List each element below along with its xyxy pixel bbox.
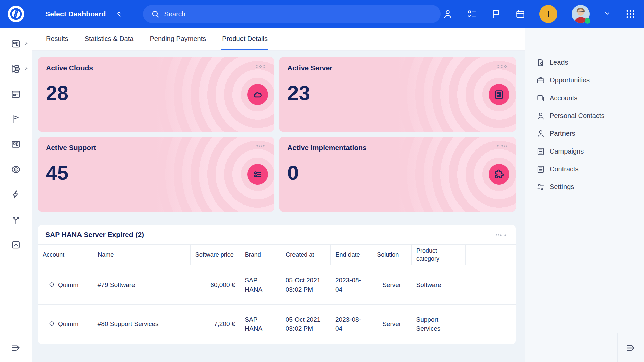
main-area: Results Statistics & Data Pending Paymen… (32, 28, 525, 362)
card-menu-button[interactable] (496, 64, 507, 69)
table-row[interactable]: Quimm #79 Software 60,000 € SAP HANA 05 … (38, 265, 516, 305)
card-menu-button[interactable] (496, 144, 507, 149)
topbar-actions (443, 5, 644, 23)
account-link[interactable]: Quimm (43, 280, 88, 290)
rail-item-modules[interactable] (0, 31, 32, 56)
profile-menu-chevron[interactable] (604, 10, 611, 18)
created-at-cell: 05 Oct 2021 03:02 PM (281, 265, 331, 305)
tab-results[interactable]: Results (45, 28, 69, 50)
chevron-right-icon (24, 66, 29, 72)
expand-right-icon (10, 342, 22, 353)
card-menu-button[interactable] (255, 64, 266, 69)
online-status-dot (585, 18, 590, 24)
sidebar-item-accounts[interactable]: Accounts (525, 89, 644, 107)
card-value: 45 (46, 161, 266, 184)
dashboard-selector-label: Select Dashboard (45, 10, 106, 18)
module-grid-icon (11, 139, 21, 149)
sidebar-item-campaigns[interactable]: Campaigns (525, 142, 644, 160)
expand-right-sidebar-button[interactable] (625, 342, 637, 354)
search-icon (151, 10, 160, 18)
user-avatar[interactable] (572, 5, 590, 23)
product-category-cell: Software (412, 265, 466, 305)
lead-file-icon (536, 58, 545, 67)
sidebar-item-partners[interactable]: Partners (525, 125, 644, 142)
sidebar-item-label: Partners (550, 130, 575, 137)
sidebar-item-label: Campaigns (550, 147, 584, 155)
hierarchy-icon (11, 64, 21, 74)
pennant-flag-icon (11, 114, 21, 124)
fork-arrows-icon (11, 215, 21, 225)
puzzle-icon (489, 164, 509, 185)
col-brand: Brand (240, 245, 281, 265)
sidebar-item-opportunities[interactable]: Opportunities (525, 71, 644, 89)
tab-bar: Results Statistics & Data Pending Paymen… (32, 28, 525, 51)
end-date-cell: 2023-08-04 (331, 305, 372, 344)
rail-item-dashboard[interactable] (0, 132, 32, 157)
product-category-cell: Support Services (412, 305, 466, 344)
sort-chevrons-icon (115, 10, 123, 18)
sidebar-item-personal-contacts[interactable]: Personal Contacts (525, 107, 644, 125)
expand-left-sidebar-button[interactable] (10, 342, 22, 353)
sidebar-item-label: Opportunities (550, 76, 590, 84)
expired-products-table: Account Name Software price Brand Create… (38, 244, 516, 344)
tab-product-details[interactable]: Product Details (221, 28, 268, 50)
rail-item-workflow[interactable] (0, 207, 32, 232)
rail-item-archive[interactable] (0, 232, 32, 257)
right-sidebar: Leads Opportunities Accounts Personal Co… (525, 28, 644, 362)
app-logo[interactable] (0, 0, 32, 28)
col-software-price: Software price (190, 245, 240, 265)
app-grid-icon[interactable] (625, 9, 635, 19)
expired-products-panel: SAP HANA Server Expired (2) Account Name (38, 225, 516, 344)
stat-card-active-support: Active Support 45 (38, 137, 274, 212)
search-input[interactable] (164, 10, 433, 18)
table-row[interactable]: Quimm #80 Support Services 7,200 € SAP H… (38, 305, 516, 344)
browser-window-icon (11, 89, 21, 99)
checklist-icon[interactable] (467, 9, 477, 19)
stat-card-active-clouds: Active Clouds 28 (38, 57, 274, 132)
search-bar[interactable] (143, 5, 441, 23)
col-actions (465, 245, 516, 265)
tab-pending-payments[interactable]: Pending Payments (149, 28, 207, 50)
add-button[interactable] (539, 5, 557, 23)
flag-icon[interactable] (491, 9, 501, 19)
right-sidebar-footer (525, 333, 644, 362)
sliders-icon (536, 183, 545, 191)
card-title: Active Server (287, 64, 332, 72)
table-header-row: Account Name Software price Brand Create… (38, 245, 516, 265)
sidebar-item-settings[interactable]: Settings (525, 178, 644, 196)
document-lines-icon (536, 147, 545, 156)
cloud-icon (247, 84, 268, 105)
col-account: Account (38, 245, 93, 265)
created-at-cell: 05 Oct 2021 03:02 PM (281, 305, 331, 344)
calendar-icon[interactable] (515, 9, 525, 19)
tab-statistics-data[interactable]: Statistics & Data (84, 28, 135, 50)
card-menu-button[interactable] (255, 144, 266, 149)
product-name-link[interactable]: #79 Software (98, 281, 135, 288)
rail-item-goals[interactable] (0, 107, 32, 132)
software-price-cell: 60,000 € (190, 265, 240, 305)
product-name-link[interactable]: #80 Support Services (98, 320, 159, 327)
person-icon (536, 129, 545, 138)
person-icon[interactable] (443, 9, 453, 19)
sidebar-item-label: Contracts (550, 165, 579, 173)
rail-item-browser[interactable] (0, 81, 32, 107)
globe-icon (48, 281, 55, 289)
brand-cell: SAP HANA (240, 305, 281, 344)
left-sidebar-footer (0, 333, 32, 362)
card-title: Active Clouds (46, 64, 93, 72)
rail-item-finance[interactable] (0, 157, 32, 182)
rail-item-actions[interactable] (0, 182, 32, 207)
lightning-icon (11, 189, 21, 200)
sidebar-item-contracts[interactable]: Contracts (525, 160, 644, 178)
sidebar-item-label: Settings (550, 183, 574, 191)
stat-card-active-server: Active Server 23 (279, 57, 516, 132)
chevron-down-icon (604, 10, 611, 17)
actions-cell (465, 265, 516, 305)
account-link[interactable]: Quimm (43, 319, 88, 329)
rail-item-hierarchy[interactable] (0, 56, 32, 81)
sidebar-item-leads[interactable]: Leads (525, 54, 644, 71)
panel-menu-button[interactable] (496, 232, 507, 237)
dashboard-selector[interactable]: Select Dashboard (45, 10, 123, 18)
software-price-cell: 7,200 € (190, 305, 240, 344)
topbar: Select Dashboard (0, 0, 644, 28)
